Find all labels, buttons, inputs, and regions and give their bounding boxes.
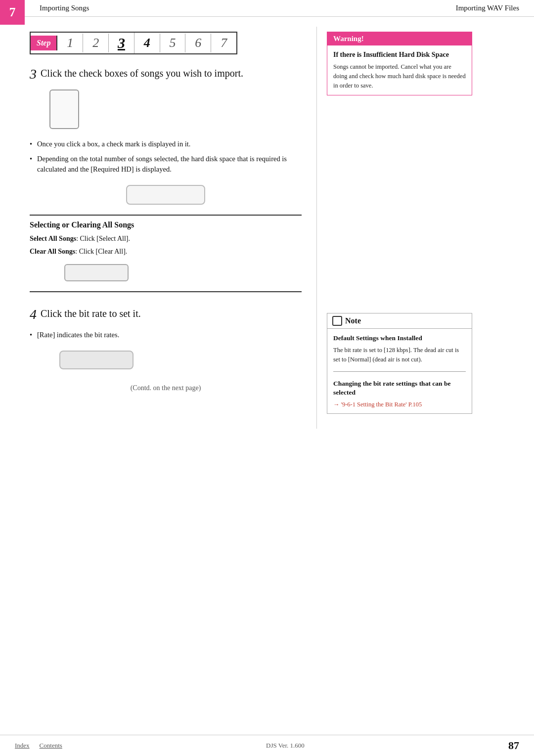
- right-sidebar: Warning! If there is Insufficient Hard D…: [316, 27, 485, 429]
- bullet-1: Once you click a box, a check mark is di…: [30, 139, 302, 150]
- note-label: Note: [345, 316, 361, 325]
- rate-button-image: [59, 351, 134, 369]
- note-link[interactable]: → '9-6-1 Setting the Bit Rate' P.105: [333, 401, 422, 408]
- note-icon: [332, 316, 342, 326]
- note-text1: The bit rate is set to [128 kbps]. The d…: [333, 346, 466, 364]
- clear-all-label: Clear All Songs: [30, 248, 75, 255]
- step4-area: 4 Click the bit rate to set it. [Rate] i…: [30, 307, 302, 369]
- note-divider: [333, 371, 466, 372]
- page-footer: Index Contents DJS Ver. 1.600 87: [0, 735, 534, 756]
- page-number-badge: 7: [0, 0, 25, 25]
- step4-bullets: [Rate] indicates the bit rates.: [30, 330, 302, 341]
- header-left: Importing Songs: [40, 4, 89, 12]
- select-all-text: Select All Songs: Click [Select All].: [30, 233, 302, 244]
- page-header: Importing Songs Importing WAV Files: [0, 0, 534, 17]
- step-4: 4: [134, 34, 160, 52]
- footer-page: 87: [508, 739, 519, 752]
- step4-number: 4: [30, 307, 37, 322]
- warning-text: Songs cannot be imported. Cancel what yo…: [333, 62, 466, 90]
- section-divider-2: [30, 291, 302, 292]
- bullet-2: Depending on the total number of songs s…: [30, 154, 302, 176]
- note-subtitle2: Changing the bit rate settings that can …: [333, 379, 466, 397]
- step-6: 6: [185, 34, 211, 52]
- checkbox-image: [49, 89, 79, 129]
- select-all-area-image: [126, 185, 205, 205]
- footer-version: DJS Ver. 1.600: [266, 742, 305, 750]
- step-3: 3: [109, 33, 134, 53]
- warning-header: Warning!: [327, 32, 472, 45]
- step3-number: 3: [30, 67, 37, 82]
- note-subtitle1: Default Settings when Installed: [333, 334, 466, 343]
- section-divider-1: [30, 215, 302, 216]
- step4-heading-area: 4 Click the bit rate to set it.: [30, 307, 302, 322]
- step-1: 1: [57, 34, 83, 52]
- select-all-action: : Click [Select All].: [76, 235, 130, 242]
- note-body: Default Settings when Installed The bit …: [327, 329, 472, 413]
- clear-all-action: : Click [Clear All].: [75, 248, 127, 255]
- left-content: Step 1 2 3 4 5 6 7 3 Click the check box…: [0, 27, 316, 429]
- clear-all-text: Clear All Songs: Click [Clear All].: [30, 246, 302, 257]
- select-section-heading: Selecting or Clearing All Songs: [30, 221, 302, 229]
- button-image-placeholder: [64, 264, 129, 281]
- warning-box: Warning! If there is Insufficient Hard D…: [327, 32, 472, 95]
- note-box: Note Default Settings when Installed The…: [327, 313, 472, 413]
- step4-heading-text: Click the bit rate to set it.: [41, 307, 141, 320]
- sidebar-spacer: [327, 105, 472, 303]
- step3-heading-text: Click the check boxes of songs you wish …: [41, 67, 243, 80]
- footer-contents[interactable]: Contents: [40, 742, 62, 750]
- note-header: Note: [327, 313, 472, 329]
- step-2: 2: [83, 34, 109, 52]
- step-bar: Step 1 2 3 4 5 6 7: [30, 32, 237, 54]
- step-5: 5: [160, 34, 186, 52]
- step-7: 7: [211, 34, 236, 52]
- step-label: Step: [31, 36, 57, 50]
- step4-bullet-1: [Rate] indicates the bit rates.: [30, 330, 302, 341]
- warning-body: If there is Insufficient Hard Disk Space…: [327, 45, 472, 95]
- warning-title: If there is Insufficient Hard Disk Space: [333, 50, 466, 59]
- step3-bullets: Once you click a box, a check mark is di…: [30, 139, 302, 175]
- header-right: Importing WAV Files: [456, 4, 519, 12]
- footer-links: Index Contents: [15, 742, 62, 750]
- footer-index[interactable]: Index: [15, 742, 30, 750]
- main-container: Step 1 2 3 4 5 6 7 3 Click the check box…: [0, 17, 534, 429]
- step3-heading-area: 3 Click the check boxes of songs you wis…: [30, 67, 302, 82]
- select-all-label: Select All Songs: [30, 235, 76, 242]
- contd-text: (Contd. on the next page): [30, 384, 302, 392]
